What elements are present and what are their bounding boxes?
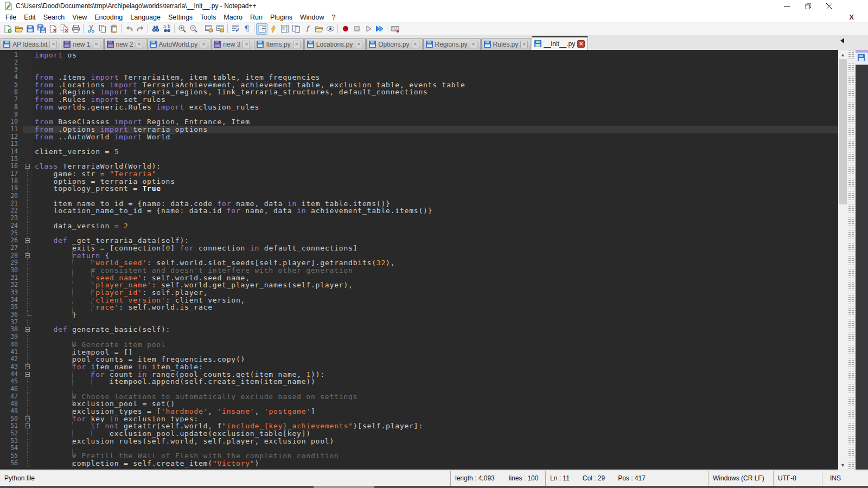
function-completion-icon[interactable]: f: [302, 23, 313, 35]
code-line-31[interactable]: 31 'seed_name': self.world.seed_name,: [0, 274, 838, 282]
code-text[interactable]: from worlds.generic.Rules import exclusi…: [33, 104, 838, 111]
panel-splitter[interactable]: [847, 50, 856, 470]
code-text[interactable]: for count in range(pool_counts.get(item_…: [33, 371, 838, 378]
tab-regions-py[interactable]: Regions.py×: [423, 38, 481, 50]
redo-icon[interactable]: [135, 23, 146, 35]
code-line-17[interactable]: 17 game: str = "Terraria": [0, 170, 838, 178]
fold-collapse-icon[interactable]: [23, 422, 33, 430]
tab-rules-py[interactable]: Rules.py×: [481, 38, 532, 50]
code-line-29[interactable]: 29 'world_seed': self.world.slot_seeds[s…: [0, 259, 838, 267]
code-line-2[interactable]: 2: [0, 59, 838, 67]
code-text[interactable]: from ..AutoWorld import World: [33, 133, 838, 141]
close-all-icon[interactable]: [59, 23, 70, 35]
view-monitor-icon[interactable]: [324, 23, 336, 35]
code-text[interactable]: [33, 215, 838, 222]
menu-edit[interactable]: Edit: [20, 12, 40, 22]
code-text[interactable]: [33, 156, 838, 163]
code-text[interactable]: game: str = "Terraria": [33, 170, 838, 178]
code-line-34[interactable]: 34 'client_version': client_version,: [0, 297, 838, 304]
status-insert-mode[interactable]: INS: [822, 471, 868, 486]
code-line-10[interactable]: 10from BaseClasses import Region, Entran…: [0, 118, 838, 126]
menu-search[interactable]: Search: [40, 12, 69, 22]
code-line-21[interactable]: 21 item_name_to_id = {name: data.code fo…: [0, 200, 838, 208]
code-text[interactable]: for item_name in item_table:: [33, 363, 838, 371]
code-line-39[interactable]: 39: [0, 333, 838, 341]
code-line-4[interactable]: 4from .Items import TerrariaItem, item_t…: [0, 74, 838, 81]
scrollbar-thumb[interactable]: [839, 59, 847, 204]
macro-save-icon[interactable]: [389, 23, 400, 35]
code-line-54[interactable]: 54: [0, 445, 838, 452]
replace-icon[interactable]: ab: [161, 23, 173, 35]
code-line-9[interactable]: 9: [0, 111, 838, 119]
macro-play-icon[interactable]: [362, 23, 374, 35]
code-line-19[interactable]: 19 topology_present = True: [0, 185, 838, 192]
code-text[interactable]: exclusion_pool = set(): [33, 400, 838, 408]
paste-icon[interactable]: [108, 23, 119, 35]
code-text[interactable]: client_version = 5: [33, 148, 838, 156]
fold-collapse-icon[interactable]: [23, 163, 33, 170]
macro-stop-icon[interactable]: [351, 23, 362, 35]
document-map-icon[interactable]: [279, 23, 290, 35]
code-line-5[interactable]: 5from .Locations import TerrariaAchievem…: [0, 81, 838, 89]
code-line-8[interactable]: 8from worlds.generic.Rules import exclus…: [0, 104, 838, 111]
code-text[interactable]: return {: [33, 252, 838, 260]
tab-items-py[interactable]: Items.py×: [254, 38, 303, 50]
code-text[interactable]: }: [33, 311, 838, 319]
zoom-out-icon[interactable]: [188, 23, 199, 35]
close-button[interactable]: [819, 0, 840, 12]
menu-settings[interactable]: Settings: [164, 12, 196, 22]
code-text[interactable]: 'player_id': self.player,: [33, 289, 838, 297]
tab-new-1[interactable]: new 1×: [61, 38, 103, 50]
tab-close-icon[interactable]: ×: [93, 41, 100, 48]
code-text[interactable]: from .Items import TerrariaItem, item_ta…: [33, 74, 838, 81]
print-icon[interactable]: [70, 23, 81, 35]
code-line-46[interactable]: 46: [0, 386, 838, 393]
copy-icon[interactable]: [97, 23, 108, 35]
tab-close-icon[interactable]: ×: [355, 41, 362, 48]
word-wrap-icon[interactable]: [229, 23, 241, 35]
new-file-icon[interactable]: [2, 23, 13, 35]
tab-new-3[interactable]: new 3×: [211, 38, 253, 50]
find-icon[interactable]: [150, 23, 161, 35]
tab-close-icon[interactable]: ×: [470, 41, 477, 48]
code-text[interactable]: exits = [connection[0] for connection in…: [33, 245, 838, 252]
code-text[interactable]: def _get_terraria_data(self):: [33, 237, 838, 245]
fold-collapse-icon[interactable]: [23, 371, 33, 378]
code-text[interactable]: import os: [33, 52, 838, 59]
code-text[interactable]: 'seed_name': self.world.seed_name,: [33, 274, 838, 282]
menu-view[interactable]: View: [68, 12, 91, 22]
code-line-53[interactable]: 53 exclusion_rules(self.world, self.play…: [0, 438, 838, 445]
code-line-35[interactable]: 35 'race': self.world.is_race: [0, 304, 838, 311]
tab-ap-ideas-txt[interactable]: AP Ideas.txt×: [1, 38, 60, 50]
code-line-24[interactable]: 24 data_version = 2: [0, 222, 838, 230]
status-encoding[interactable]: UTF-8: [773, 471, 822, 486]
code-text[interactable]: [33, 445, 838, 452]
code-line-48[interactable]: 48 exclusion_pool = set(): [0, 400, 838, 408]
code-text[interactable]: 'race': self.world.is_race: [33, 304, 838, 311]
macro-run-multi-icon[interactable]: [374, 23, 385, 35]
code-text[interactable]: topology_present = True: [33, 185, 838, 192]
fold-collapse-icon[interactable]: [23, 237, 33, 245]
code-line-41[interactable]: 41 itempool = []: [0, 349, 838, 356]
show-all-chars-icon[interactable]: ¶: [241, 23, 252, 35]
code-text[interactable]: item_name_to_id = {name: data.code for n…: [33, 200, 838, 208]
code-line-1[interactable]: 1import os: [0, 52, 838, 59]
code-line-45[interactable]: 45 itempool.append(self.create_item(item…: [0, 378, 838, 386]
code-text[interactable]: if not getattr(self.world, f"include_{ke…: [33, 422, 838, 430]
sync-scroll-v-icon[interactable]: [203, 23, 214, 35]
code-text[interactable]: 'world_seed': self.world.slot_seeds[self…: [33, 259, 838, 267]
open-folder-icon[interactable]: [13, 23, 24, 35]
vertical-scrollbar[interactable]: ▲ ▼: [838, 50, 847, 470]
code-text[interactable]: pool_counts = item_frequencies.copy(): [33, 356, 838, 363]
tab-scroll-left-icon[interactable]: [838, 38, 844, 43]
restore-button[interactable]: [797, 0, 819, 12]
fold-collapse-icon[interactable]: [23, 326, 33, 333]
minimize-button[interactable]: [776, 0, 797, 12]
tab-autoworld-py[interactable]: AutoWorld.py×: [147, 38, 211, 50]
save-all-icon[interactable]: [36, 23, 47, 35]
tab-options-py[interactable]: Options.py×: [366, 38, 422, 50]
code-line-32[interactable]: 32 'player_name': self.world.get_player_…: [0, 281, 838, 289]
code-line-55[interactable]: 55 # Prefill the Wall of Flesh with the …: [0, 452, 838, 460]
folder-workspace-icon[interactable]: [313, 23, 324, 35]
code-line-44[interactable]: 44 for count in range(pool_counts.get(it…: [0, 371, 838, 378]
